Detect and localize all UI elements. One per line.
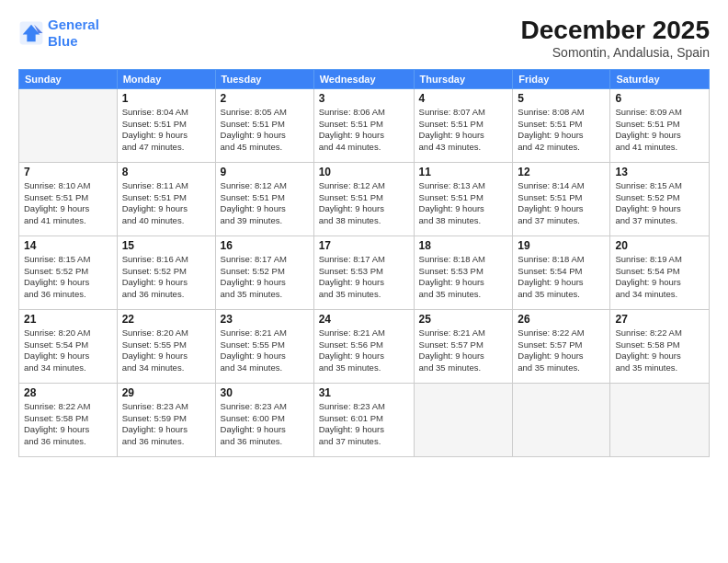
week-row-4: 21Sunrise: 8:20 AM Sunset: 5:54 PM Dayli… xyxy=(19,309,710,383)
calendar-cell: 9Sunrise: 8:12 AM Sunset: 5:51 PM Daylig… xyxy=(215,162,313,236)
week-row-3: 14Sunrise: 8:15 AM Sunset: 5:52 PM Dayli… xyxy=(19,236,710,309)
col-tuesday: Tuesday xyxy=(215,69,313,88)
day-number: 15 xyxy=(122,239,210,252)
day-info: Sunrise: 8:23 AM Sunset: 6:01 PM Dayligh… xyxy=(319,401,409,448)
logo-line1: General xyxy=(48,17,99,33)
day-number: 20 xyxy=(615,239,704,252)
calendar-cell: 8Sunrise: 8:11 AM Sunset: 5:51 PM Daylig… xyxy=(117,162,215,236)
day-info: Sunrise: 8:11 AM Sunset: 5:51 PM Dayligh… xyxy=(122,180,210,227)
logo-line2: Blue xyxy=(48,33,99,50)
day-info: Sunrise: 8:22 AM Sunset: 5:58 PM Dayligh… xyxy=(615,327,704,374)
calendar-cell: 30Sunrise: 8:23 AM Sunset: 6:00 PM Dayli… xyxy=(215,383,313,456)
logo-icon xyxy=(18,20,44,46)
calendar-cell: 28Sunrise: 8:22 AM Sunset: 5:58 PM Dayli… xyxy=(19,383,118,456)
logo: General Blue xyxy=(18,17,99,50)
title-block: December 2025 Somontin, Andalusia, Spain xyxy=(521,17,710,60)
day-number: 16 xyxy=(221,239,309,252)
calendar-cell: 11Sunrise: 8:13 AM Sunset: 5:51 PM Dayli… xyxy=(414,162,513,236)
day-info: Sunrise: 8:22 AM Sunset: 5:57 PM Dayligh… xyxy=(518,327,605,374)
calendar-cell: 13Sunrise: 8:15 AM Sunset: 5:52 PM Dayli… xyxy=(610,162,710,236)
day-info: Sunrise: 8:22 AM Sunset: 5:58 PM Dayligh… xyxy=(24,401,112,448)
day-info: Sunrise: 8:09 AM Sunset: 5:51 PM Dayligh… xyxy=(615,107,704,154)
day-number: 27 xyxy=(615,313,704,326)
day-info: Sunrise: 8:18 AM Sunset: 5:53 PM Dayligh… xyxy=(419,254,508,301)
calendar-cell: 16Sunrise: 8:17 AM Sunset: 5:52 PM Dayli… xyxy=(215,236,313,309)
calendar-cell xyxy=(19,88,118,162)
calendar-cell: 7Sunrise: 8:10 AM Sunset: 5:51 PM Daylig… xyxy=(19,162,118,236)
day-info: Sunrise: 8:18 AM Sunset: 5:54 PM Dayligh… xyxy=(518,254,605,301)
day-number: 4 xyxy=(419,92,508,105)
day-number: 14 xyxy=(24,239,112,252)
calendar-cell: 25Sunrise: 8:21 AM Sunset: 5:57 PM Dayli… xyxy=(414,309,513,383)
day-number: 1 xyxy=(122,92,210,105)
calendar-cell: 26Sunrise: 8:22 AM Sunset: 5:57 PM Dayli… xyxy=(513,309,610,383)
calendar: Sunday Monday Tuesday Wednesday Thursday… xyxy=(18,69,710,457)
day-info: Sunrise: 8:23 AM Sunset: 6:00 PM Dayligh… xyxy=(221,401,309,448)
day-number: 6 xyxy=(615,92,704,105)
day-info: Sunrise: 8:14 AM Sunset: 5:51 PM Dayligh… xyxy=(518,180,605,227)
calendar-cell: 15Sunrise: 8:16 AM Sunset: 5:52 PM Dayli… xyxy=(117,236,215,309)
day-number: 10 xyxy=(319,166,409,178)
calendar-cell: 12Sunrise: 8:14 AM Sunset: 5:51 PM Dayli… xyxy=(513,162,610,236)
calendar-cell: 27Sunrise: 8:22 AM Sunset: 5:58 PM Dayli… xyxy=(610,309,710,383)
calendar-cell: 31Sunrise: 8:23 AM Sunset: 6:01 PM Dayli… xyxy=(313,383,414,456)
week-row-2: 7Sunrise: 8:10 AM Sunset: 5:51 PM Daylig… xyxy=(19,162,710,236)
calendar-cell: 19Sunrise: 8:18 AM Sunset: 5:54 PM Dayli… xyxy=(513,236,610,309)
day-number: 5 xyxy=(518,92,605,105)
day-info: Sunrise: 8:21 AM Sunset: 5:57 PM Dayligh… xyxy=(419,327,508,374)
calendar-cell: 10Sunrise: 8:12 AM Sunset: 5:51 PM Dayli… xyxy=(313,162,414,236)
day-number: 31 xyxy=(319,386,409,399)
location: Somontin, Andalusia, Spain xyxy=(521,45,710,60)
day-number: 9 xyxy=(221,166,309,178)
day-number: 18 xyxy=(419,239,508,252)
day-info: Sunrise: 8:05 AM Sunset: 5:51 PM Dayligh… xyxy=(221,107,309,154)
day-info: Sunrise: 8:08 AM Sunset: 5:51 PM Dayligh… xyxy=(518,107,605,154)
calendar-cell: 14Sunrise: 8:15 AM Sunset: 5:52 PM Dayli… xyxy=(19,236,118,309)
calendar-cell: 18Sunrise: 8:18 AM Sunset: 5:53 PM Dayli… xyxy=(414,236,513,309)
day-number: 3 xyxy=(319,92,409,105)
day-info: Sunrise: 8:06 AM Sunset: 5:51 PM Dayligh… xyxy=(319,107,409,154)
day-info: Sunrise: 8:15 AM Sunset: 5:52 PM Dayligh… xyxy=(615,180,704,227)
col-sunday: Sunday xyxy=(19,69,118,88)
day-number: 26 xyxy=(518,313,605,326)
day-number: 12 xyxy=(518,166,605,178)
day-number: 25 xyxy=(419,313,508,326)
day-info: Sunrise: 8:16 AM Sunset: 5:52 PM Dayligh… xyxy=(122,254,210,301)
day-number: 8 xyxy=(122,166,210,178)
col-friday: Friday xyxy=(513,69,610,88)
day-info: Sunrise: 8:21 AM Sunset: 5:55 PM Dayligh… xyxy=(221,327,309,374)
day-number: 22 xyxy=(122,313,210,326)
calendar-cell: 24Sunrise: 8:21 AM Sunset: 5:56 PM Dayli… xyxy=(313,309,414,383)
day-info: Sunrise: 8:17 AM Sunset: 5:52 PM Dayligh… xyxy=(221,254,309,301)
col-monday: Monday xyxy=(117,69,215,88)
day-info: Sunrise: 8:20 AM Sunset: 5:55 PM Dayligh… xyxy=(122,327,210,374)
day-info: Sunrise: 8:23 AM Sunset: 5:59 PM Dayligh… xyxy=(122,401,210,448)
day-number: 29 xyxy=(122,386,210,399)
calendar-cell: 23Sunrise: 8:21 AM Sunset: 5:55 PM Dayli… xyxy=(215,309,313,383)
day-info: Sunrise: 8:12 AM Sunset: 5:51 PM Dayligh… xyxy=(221,180,309,227)
calendar-cell: 17Sunrise: 8:17 AM Sunset: 5:53 PM Dayli… xyxy=(313,236,414,309)
page: General Blue December 2025 Somontin, And… xyxy=(0,0,728,563)
day-info: Sunrise: 8:10 AM Sunset: 5:51 PM Dayligh… xyxy=(24,180,112,227)
calendar-cell: 22Sunrise: 8:20 AM Sunset: 5:55 PM Dayli… xyxy=(117,309,215,383)
calendar-cell: 3Sunrise: 8:06 AM Sunset: 5:51 PM Daylig… xyxy=(313,88,414,162)
day-number: 11 xyxy=(419,166,508,178)
day-number: 21 xyxy=(24,313,112,326)
day-number: 23 xyxy=(221,313,309,326)
calendar-cell: 20Sunrise: 8:19 AM Sunset: 5:54 PM Dayli… xyxy=(610,236,710,309)
day-number: 24 xyxy=(319,313,409,326)
calendar-cell: 2Sunrise: 8:05 AM Sunset: 5:51 PM Daylig… xyxy=(215,88,313,162)
week-row-5: 28Sunrise: 8:22 AM Sunset: 5:58 PM Dayli… xyxy=(19,383,710,456)
day-number: 19 xyxy=(518,239,605,252)
week-row-1: 1Sunrise: 8:04 AM Sunset: 5:51 PM Daylig… xyxy=(19,88,710,162)
calendar-cell xyxy=(414,383,513,456)
day-number: 2 xyxy=(221,92,309,105)
day-info: Sunrise: 8:07 AM Sunset: 5:51 PM Dayligh… xyxy=(419,107,508,154)
calendar-cell: 4Sunrise: 8:07 AM Sunset: 5:51 PM Daylig… xyxy=(414,88,513,162)
col-wednesday: Wednesday xyxy=(313,69,414,88)
calendar-cell xyxy=(513,383,610,456)
day-number: 30 xyxy=(221,386,309,399)
month-year: December 2025 xyxy=(521,17,710,45)
calendar-header-row: Sunday Monday Tuesday Wednesday Thursday… xyxy=(19,69,710,88)
calendar-cell: 5Sunrise: 8:08 AM Sunset: 5:51 PM Daylig… xyxy=(513,88,610,162)
